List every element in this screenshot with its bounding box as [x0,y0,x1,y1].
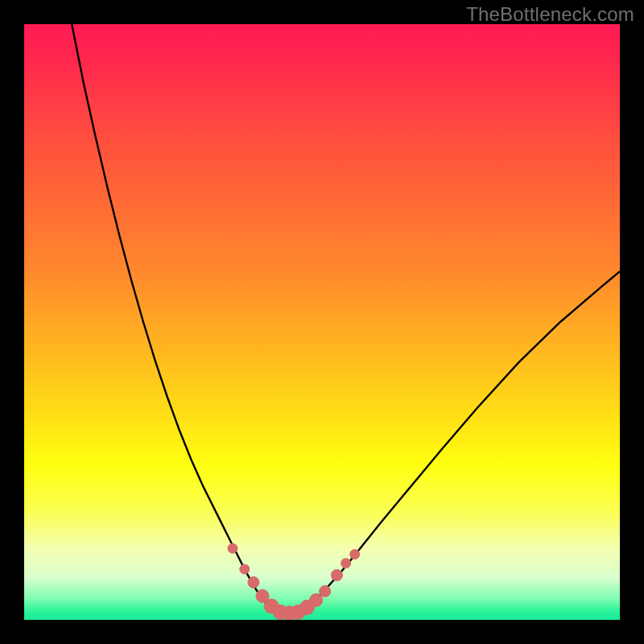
outer-frame: TheBottleneck.com [0,0,644,644]
marker-point [240,564,250,574]
marker-point [248,576,259,588]
gradient-background [24,24,620,620]
watermark-text: TheBottleneck.com [466,3,634,26]
marker-point [350,550,360,559]
marker-point [341,559,351,568]
marker-point [310,594,323,607]
marker-point [320,585,331,597]
marker-point [332,570,343,581]
bottleneck-chart [24,24,620,620]
marker-point [228,543,237,553]
plot-area [24,24,620,620]
